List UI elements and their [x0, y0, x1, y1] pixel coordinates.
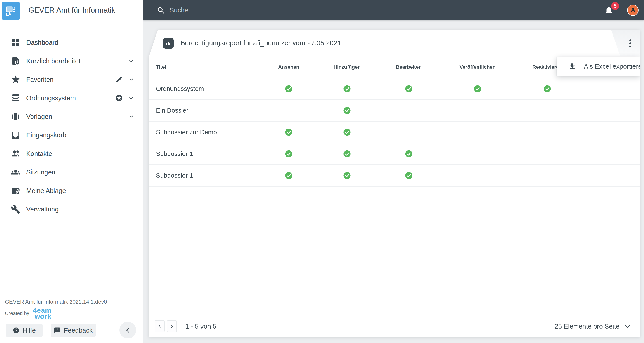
- 4teamwork-logo[interactable]: 4eam work: [33, 307, 51, 320]
- sidebar-item-meetings[interactable]: Sitzungen: [0, 163, 143, 181]
- report-title: Berechtigungsreport für afi_benutzer vom…: [180, 30, 341, 56]
- sidebar-item-label: Ordnungssystem: [26, 94, 76, 102]
- chevron-down-icon[interactable]: [128, 76, 135, 83]
- sidebar-nav: Dashboard Kürzlich bearbeitet Favoriten: [0, 33, 143, 219]
- kebab-menu-button[interactable]: [625, 38, 636, 49]
- pagination-bar: 1 - 5 von 5 25 Elemente pro Seite: [149, 316, 640, 337]
- check-icon: [544, 85, 551, 93]
- chevron-left-icon: [157, 324, 162, 329]
- page-size-label: 25 Elemente pro Seite: [555, 323, 620, 330]
- sidebar-item-templates[interactable]: Vorlagen: [0, 107, 143, 126]
- download-icon: [568, 63, 576, 70]
- row-title: Ordnungssystem: [156, 85, 204, 92]
- feedback-button[interactable]: Feedback: [51, 324, 96, 337]
- export-menu-item[interactable]: Als Excel exportieren: [557, 57, 640, 76]
- star-circle-icon[interactable]: [115, 94, 123, 102]
- row-title: Subdossier 1: [156, 150, 193, 157]
- check-icon: [343, 150, 351, 158]
- star-icon: [11, 75, 20, 84]
- table-row[interactable]: Subdossier zur Demo: [149, 122, 640, 143]
- column-header-veroeffentlichen: Veröffentlichen: [460, 56, 496, 78]
- sidebar-item-label: Verwaltung: [26, 206, 59, 213]
- help-circle-icon: [13, 327, 20, 334]
- column-header-ansehen: Ansehen: [278, 56, 300, 78]
- row-title: Subdossier 1: [156, 172, 193, 179]
- check-icon: [285, 172, 292, 179]
- notification-count-badge: 5: [611, 2, 619, 10]
- check-icon: [405, 150, 413, 158]
- feedback-bubble-icon: [54, 327, 60, 334]
- chevron-down-icon: [624, 323, 631, 330]
- collapse-sidebar-button[interactable]: [120, 322, 136, 339]
- sidebar-item-label: Sitzungen: [26, 169, 56, 176]
- report-card: Berechtigungsreport für afi_benutzer vom…: [149, 30, 640, 337]
- previous-page-button[interactable]: [155, 320, 164, 332]
- inbox-icon: [11, 130, 20, 140]
- created-by: Created by 4eam work: [5, 307, 51, 320]
- check-icon: [285, 150, 292, 158]
- feedback-button-label: Feedback: [64, 327, 92, 334]
- table-row[interactable]: Subdossier 1: [149, 165, 640, 187]
- templates-icon: [11, 112, 20, 121]
- user-avatar[interactable]: A: [627, 4, 638, 16]
- page-size-select[interactable]: 25 Elemente pro Seite: [555, 323, 631, 330]
- table-row[interactable]: Ordnungssystem: [149, 78, 640, 100]
- row-title: Subdossier zur Demo: [156, 129, 217, 136]
- check-icon: [343, 85, 351, 93]
- column-header-bearbeiten: Bearbeiten: [396, 56, 422, 78]
- help-button[interactable]: Hilfe: [6, 324, 42, 337]
- group-icon: [11, 167, 20, 177]
- sidebar-item-label: Vorlagen: [26, 113, 52, 120]
- column-header-hinzufuegen: Hinzufügen: [334, 56, 361, 78]
- check-icon: [343, 172, 351, 179]
- check-icon: [285, 85, 292, 93]
- contacts-icon: [11, 149, 20, 158]
- edit-pencil-icon[interactable]: [115, 76, 123, 83]
- notifications-button[interactable]: 5: [604, 5, 614, 15]
- database-stack-icon: [11, 93, 20, 103]
- sidebar-item-inbox[interactable]: Eingangskorb: [0, 126, 143, 144]
- sidebar-item-label: Kürzlich bearbeitet: [26, 57, 80, 65]
- chevron-right-icon: [169, 324, 174, 329]
- export-menu-label: Als Excel exportieren: [584, 63, 644, 70]
- document-clock-icon: [11, 56, 20, 66]
- check-icon: [285, 128, 292, 136]
- sidebar-item-dashboard[interactable]: Dashboard: [0, 33, 143, 52]
- search-input[interactable]: [170, 6, 604, 14]
- row-title: Ein Dossier: [156, 107, 188, 114]
- chevron-down-icon[interactable]: [128, 113, 135, 120]
- check-icon: [474, 85, 482, 93]
- sidebar-header: GEVER Amt für Informatik: [0, 0, 143, 20]
- sidebar-item-label: Kontakte: [26, 150, 52, 157]
- help-button-label: Hilfe: [22, 327, 36, 334]
- chevron-left-icon: [124, 327, 131, 334]
- wrench-icon: [11, 205, 20, 214]
- sidebar-item-filing-system[interactable]: Ordnungssystem: [0, 89, 143, 107]
- chevron-down-icon[interactable]: [128, 94, 135, 102]
- table-row[interactable]: Subdossier 1: [149, 143, 640, 165]
- topbar: 5 A: [143, 0, 644, 20]
- sidebar-item-contacts[interactable]: Kontakte: [0, 144, 143, 163]
- dashboard-grid-icon: [11, 38, 20, 47]
- pagination-range-label: 1 - 5 von 5: [186, 323, 216, 330]
- app-version-text: GEVER Amt für Informatik 2021.14.1.dev0: [5, 299, 107, 305]
- sidebar-item-label: Eingangskorb: [26, 131, 66, 139]
- folder-lock-icon: [11, 186, 20, 195]
- sidebar-item-label: Meine Ablage: [26, 187, 66, 195]
- search-icon: [157, 6, 164, 14]
- main-content: Berechtigungsreport für afi_benutzer vom…: [143, 20, 644, 343]
- check-icon: [343, 128, 351, 136]
- app-logo-icon[interactable]: [2, 2, 20, 20]
- sidebar-item-favorites[interactable]: Favoriten: [0, 70, 143, 89]
- check-icon: [405, 85, 413, 93]
- next-page-button[interactable]: [167, 320, 177, 332]
- sidebar: GEVER Amt für Informatik Dashboard Kürzl…: [0, 0, 143, 343]
- chevron-down-icon[interactable]: [128, 57, 135, 65]
- app-title: GEVER Amt für Informatik: [28, 6, 115, 14]
- sidebar-item-my-repository[interactable]: Meine Ablage: [0, 181, 143, 200]
- sidebar-item-administration[interactable]: Verwaltung: [0, 200, 143, 219]
- table-row[interactable]: Ein Dossier: [149, 100, 640, 122]
- sidebar-item-recently-edited[interactable]: Kürzlich bearbeitet: [0, 52, 143, 70]
- column-header-titel: Titel: [156, 56, 166, 78]
- sidebar-item-label: Dashboard: [26, 39, 58, 46]
